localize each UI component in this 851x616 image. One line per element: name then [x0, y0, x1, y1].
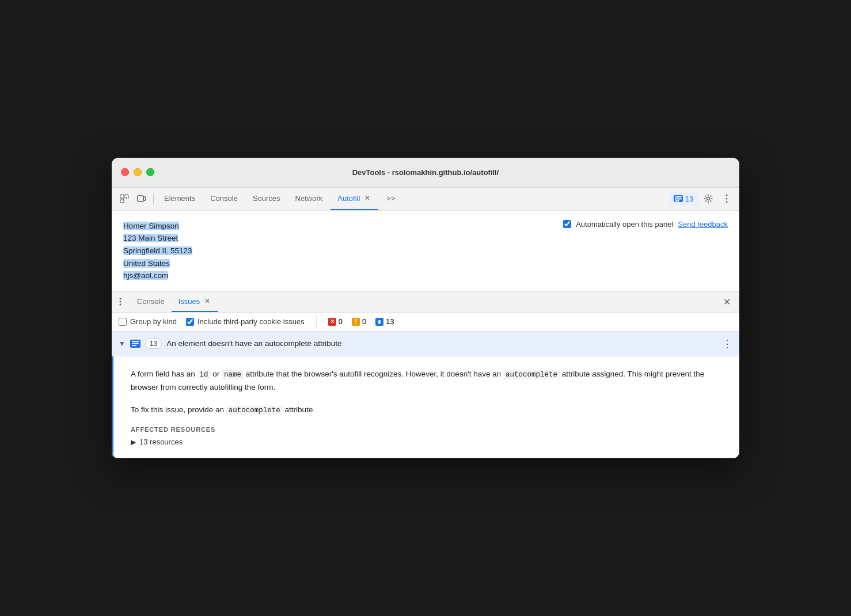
drawer-tab-console[interactable]: Console	[130, 291, 172, 312]
svg-rect-15	[378, 320, 381, 321]
devtools-container: Elements Console Sources Network Autofil…	[112, 188, 739, 458]
toolbar-divider-1	[153, 193, 154, 204]
select-element-icon[interactable]	[116, 191, 132, 207]
svg-rect-18	[132, 343, 139, 344]
warning-icon: !	[352, 318, 360, 326]
address-line-2: 123 Main Street	[123, 232, 192, 245]
more-options-icon[interactable]	[719, 191, 735, 207]
svg-point-8	[707, 197, 710, 200]
group-by-kind-group: Group by kind	[119, 317, 177, 326]
address-line-5: hjs@aol.com	[123, 269, 192, 282]
close-button[interactable]	[121, 168, 129, 176]
group-by-kind-label: Group by kind	[130, 317, 177, 326]
svg-rect-7	[675, 200, 679, 201]
drawer-tab-issues[interactable]: Issues ✕	[172, 291, 219, 312]
affected-resources-label: AFFECTED RESOURCES	[131, 426, 722, 433]
issues-badge[interactable]: 13	[669, 192, 698, 206]
tab-console[interactable]: Console	[203, 187, 245, 210]
window-title: DevTools - rsolomakhin.github.io/autofil…	[352, 168, 499, 177]
address-line-1: Homer Simpson	[123, 220, 192, 233]
third-party-label: Include third-party cookie issues	[197, 317, 305, 326]
svg-rect-2	[120, 199, 124, 203]
svg-point-12	[120, 298, 121, 300]
devtools-window: DevTools - rsolomakhin.github.io/autofil…	[112, 158, 739, 458]
third-party-group: Include third-party cookie issues	[186, 317, 305, 326]
main-toolbar: Elements Console Sources Network Autofil…	[112, 188, 739, 211]
issue-description: A form field has an id or name attribute…	[131, 368, 722, 394]
auto-open-checkbox[interactable]	[563, 220, 571, 228]
maximize-button[interactable]	[146, 168, 154, 176]
auto-open-label: Automatically open this panel	[576, 220, 673, 229]
autofill-address: Homer Simpson 123 Main Street Springfiel…	[123, 220, 192, 282]
issues-filter-bar: Group by kind Include third-party cookie…	[112, 313, 739, 332]
svg-rect-3	[138, 196, 143, 201]
resources-count[interactable]: ▶ 13 resources	[131, 438, 722, 446]
tab-network[interactable]: Network	[288, 187, 330, 210]
issue-chevron-icon: ▼	[119, 340, 126, 348]
issue-detail: A form field has an id or name attribute…	[112, 356, 739, 458]
auto-open-row: Automatically open this panel Send feedb…	[563, 220, 728, 229]
autofill-panel: Homer Simpson 123 Main Street Springfiel…	[112, 211, 739, 292]
issues-count: 13	[685, 195, 693, 203]
svg-rect-4	[143, 197, 146, 200]
filter-divider	[316, 316, 317, 328]
issue-type-icon	[130, 340, 140, 348]
toolbar-right: 13	[669, 191, 735, 207]
error-icon: ✕	[328, 318, 336, 326]
device-toolbar-icon[interactable]	[134, 191, 150, 207]
info-count: 13	[386, 317, 394, 326]
error-count-group: ✕ 0	[328, 317, 343, 326]
svg-rect-6	[675, 198, 682, 199]
tab-sources[interactable]: Sources	[246, 187, 287, 210]
issue-title-text: An element doesn't have an autocomplete …	[166, 339, 717, 348]
address-line-3: Springfield IL 55123	[123, 245, 192, 257]
warning-count-group: ! 0	[352, 317, 366, 326]
traffic-lights	[121, 168, 154, 176]
issues-list: ▼ 13 An element doesn't have an autocomp…	[112, 332, 739, 458]
third-party-checkbox[interactable]	[186, 318, 194, 326]
info-count-group: 13	[375, 317, 394, 326]
send-feedback-link[interactable]: Send feedback	[678, 220, 728, 229]
minimize-button[interactable]	[134, 168, 142, 176]
issues-icon	[674, 195, 683, 202]
svg-rect-5	[675, 196, 682, 197]
tab-elements[interactable]: Elements	[157, 187, 202, 210]
tab-more[interactable]: >>	[379, 187, 402, 210]
group-by-kind-checkbox[interactable]	[119, 318, 127, 326]
drawer-close-button[interactable]: ✕	[719, 294, 735, 310]
autofill-tab-close[interactable]: ✕	[363, 193, 371, 203]
issues-tab-close[interactable]: ✕	[203, 296, 211, 306]
settings-icon[interactable]	[700, 191, 716, 207]
svg-point-9	[726, 195, 728, 196]
svg-rect-0	[120, 195, 124, 198]
svg-rect-17	[132, 341, 139, 342]
svg-point-14	[120, 304, 121, 306]
address-line-4: United States	[123, 257, 192, 270]
tab-autofill[interactable]: Autofill ✕	[330, 187, 378, 210]
svg-rect-19	[132, 345, 136, 346]
svg-rect-1	[125, 195, 128, 198]
issue-group-header[interactable]: ▼ 13 An element doesn't have an autocomp…	[112, 332, 739, 356]
title-bar: DevTools - rsolomakhin.github.io/autofil…	[112, 158, 739, 188]
resources-chevron-icon: ▶	[131, 438, 136, 446]
resources-count-label: 13 resources	[139, 438, 183, 446]
drawer-toolbar: Console Issues ✕ ✕	[112, 292, 739, 313]
svg-point-10	[726, 198, 728, 200]
svg-rect-16	[378, 321, 381, 324]
drawer-menu-icon[interactable]	[116, 295, 130, 309]
issue-badge-count: 13	[145, 339, 162, 349]
error-count: 0	[339, 317, 343, 326]
drawer: Console Issues ✕ ✕ Group by kind Include…	[112, 292, 739, 458]
info-icon	[375, 318, 383, 326]
svg-point-13	[120, 301, 121, 303]
issue-fix: To fix this issue, provide an autocomple…	[131, 404, 722, 417]
issue-more-icon[interactable]: ⋮	[722, 337, 732, 350]
svg-point-11	[726, 201, 728, 203]
warning-count: 0	[362, 317, 366, 326]
